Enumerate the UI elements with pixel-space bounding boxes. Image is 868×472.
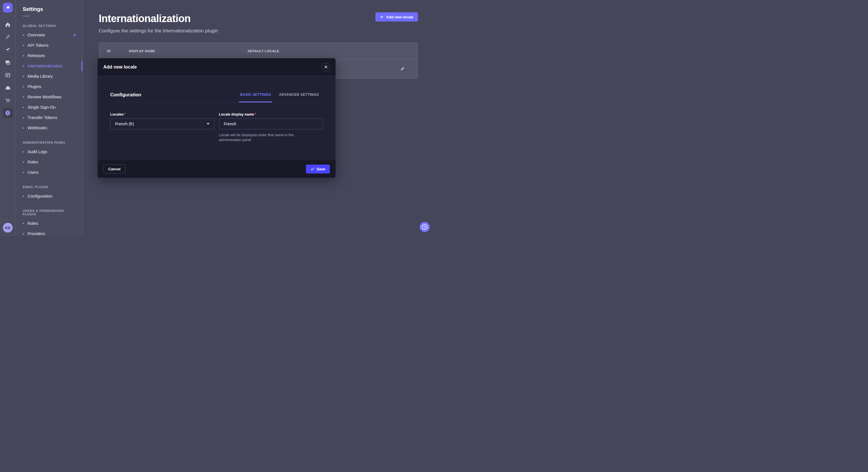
bullet-icon xyxy=(23,151,24,153)
section-administration-panel: ADMINISTRATION PANEL xyxy=(23,141,75,144)
column-header-default-locale: DEFAULT LOCALE xyxy=(248,49,410,53)
title-underline xyxy=(23,16,30,16)
page-header: Internationalization Configure the setti… xyxy=(83,0,434,34)
feather-icon xyxy=(5,34,11,40)
add-new-locale-button[interactable]: Add new locale xyxy=(375,12,418,22)
question-mark-icon xyxy=(422,224,427,230)
tab-advanced-settings[interactable]: ADVANCED SETTINGS xyxy=(275,91,323,102)
modal-title: Add new locale xyxy=(103,65,136,70)
sidebar-item-internationalization[interactable]: Internationalization xyxy=(23,61,75,71)
close-modal-button[interactable] xyxy=(322,63,330,71)
locale-display-name-hint: Locale will be displayed under that name… xyxy=(219,133,315,142)
bullet-icon xyxy=(23,76,24,77)
tab-basic-settings[interactable]: BASIC SETTINGS xyxy=(236,91,275,102)
sidebar-icon-cloud[interactable] xyxy=(1,81,14,94)
sidebar-icon-home[interactable] xyxy=(1,19,14,31)
sidebar-icon-media-library[interactable] xyxy=(1,56,14,69)
edit-locale-button[interactable] xyxy=(400,66,405,71)
required-asterisk: * xyxy=(255,112,256,116)
sidebar-item-api-tokens[interactable]: API Tokens xyxy=(23,40,75,50)
sidebar-item-media-library[interactable]: Media Library xyxy=(23,71,75,81)
plus-icon xyxy=(380,15,383,19)
bullet-icon xyxy=(23,127,24,129)
pencil-icon xyxy=(400,66,405,71)
strapi-logo[interactable] xyxy=(3,3,12,12)
modal-body: Configuration BASIC SETTINGS ADVANCED SE… xyxy=(98,76,336,160)
bullet-icon xyxy=(23,223,24,224)
sidebar-icon-marketplace[interactable] xyxy=(1,94,14,107)
bullet-icon xyxy=(23,107,24,108)
divider xyxy=(0,16,16,16)
bullet-icon xyxy=(23,96,24,98)
locale-display-name-field: Locale display name* Locale will be disp… xyxy=(219,111,323,146)
user-avatar[interactable]: KD xyxy=(3,223,12,233)
sidebar-item-audit-logs[interactable]: Audit Logs xyxy=(23,146,75,157)
notification-dot xyxy=(73,34,75,36)
column-header-display-name: DISPLAY NAME xyxy=(129,49,248,53)
bullet-icon xyxy=(23,117,24,119)
check-icon xyxy=(311,167,314,171)
page-title: Internationalization xyxy=(99,12,418,25)
sidebar-item-transfer-tokens[interactable]: Transfer Tokens xyxy=(23,112,75,123)
section-users-permissions-plugin: USERS & PERMISSIONS PLUGIN xyxy=(23,209,75,216)
add-new-locale-modal: Add new locale Configuration BASIC SETTI… xyxy=(98,58,336,178)
sidebar-item-overview[interactable]: Overview xyxy=(23,30,75,40)
chevron-down-icon xyxy=(207,123,210,125)
sidebar-item-review-workflows[interactable]: Review Workflows xyxy=(23,92,75,102)
locales-label: Locales* xyxy=(110,112,125,116)
home-icon xyxy=(5,22,11,28)
cart-icon xyxy=(5,98,11,103)
section-email-plugin: EMAIL PLUGIN xyxy=(23,185,75,189)
bullet-icon xyxy=(23,233,24,235)
sidebar-item-up-providers[interactable]: Providers xyxy=(23,229,75,236)
locales-select-value: French (fr) xyxy=(115,122,134,126)
bullet-icon xyxy=(23,45,24,46)
sidebar-item-up-roles[interactable]: Roles xyxy=(23,218,75,229)
sidebar-item-admin-roles[interactable]: Roles xyxy=(23,157,75,167)
sidebar-icon-settings[interactable] xyxy=(3,108,13,118)
sidebar-item-webhooks[interactable]: Webhooks xyxy=(23,123,75,133)
gear-icon xyxy=(5,110,11,116)
help-button[interactable] xyxy=(420,222,430,232)
bullet-icon xyxy=(23,55,24,57)
save-button[interactable]: Save xyxy=(306,165,330,173)
avatar-initials: KD xyxy=(5,226,11,230)
locale-display-name-label: Locale display name* xyxy=(219,112,256,116)
required-asterisk: * xyxy=(124,112,126,116)
paper-plane-icon xyxy=(5,47,11,53)
locale-display-name-input[interactable] xyxy=(219,119,323,129)
modal-footer: Cancel Save xyxy=(98,160,336,178)
sidebar-icon-content-type-builder[interactable] xyxy=(1,31,14,43)
close-icon xyxy=(324,65,328,69)
cancel-button[interactable]: Cancel xyxy=(103,165,125,173)
bullet-icon xyxy=(23,86,24,88)
locales-select[interactable]: French (fr) xyxy=(110,119,214,129)
sidebar-icon-deploy[interactable] xyxy=(1,43,14,56)
bullet-icon xyxy=(23,196,24,197)
settings-sidebar: Settings GLOBAL SETTINGS Overview API To… xyxy=(16,0,83,236)
images-icon xyxy=(5,60,11,65)
sidebar-title: Settings xyxy=(23,6,75,12)
sidebar-item-releases[interactable]: Releases xyxy=(23,50,75,61)
page-subtitle: Configure the settings for the Internati… xyxy=(99,28,418,34)
sidebar-item-admin-users[interactable]: Users xyxy=(23,167,75,177)
sidebar-item-single-sign-on[interactable]: Single Sign-On xyxy=(23,102,75,112)
sidebar-item-email-configuration[interactable]: Configuration xyxy=(23,191,75,201)
configuration-heading: Configuration xyxy=(110,92,141,98)
sidebar-icon-content-manager[interactable] xyxy=(1,69,14,81)
layout-panel-icon xyxy=(5,72,11,78)
main-icon-sidebar: KD xyxy=(0,0,16,236)
bullet-icon xyxy=(23,172,24,173)
section-global-settings: GLOBAL SETTINGS xyxy=(23,24,75,28)
strapi-logo-icon xyxy=(5,5,10,10)
settings-tabs: BASIC SETTINGS ADVANCED SETTINGS xyxy=(236,91,323,102)
bullet-icon xyxy=(23,34,24,36)
sidebar-item-plugins[interactable]: Plugins xyxy=(23,81,75,92)
tabs-divider xyxy=(110,102,323,102)
modal-header: Add new locale xyxy=(98,58,336,76)
bullet-icon xyxy=(23,65,24,67)
bullet-icon xyxy=(23,162,24,163)
cloud-icon xyxy=(5,85,11,91)
table-header-row: ID DISPLAY NAME DEFAULT LOCALE xyxy=(99,43,417,59)
column-header-id: ID xyxy=(107,49,129,53)
